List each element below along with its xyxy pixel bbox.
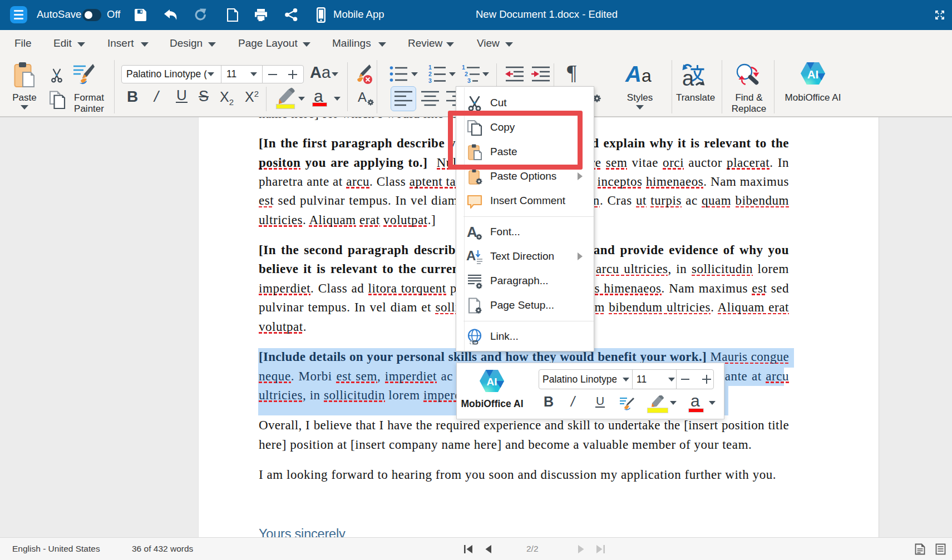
svg-text:AI: AI xyxy=(807,68,819,81)
svg-text:a: a xyxy=(682,67,694,88)
svg-text:3: 3 xyxy=(428,77,432,83)
svg-text:1: 1 xyxy=(428,65,432,71)
svg-text:A: A xyxy=(467,224,477,240)
svg-text:1: 1 xyxy=(462,65,465,71)
svg-text:3: 3 xyxy=(467,77,471,83)
svg-text:2: 2 xyxy=(428,71,432,77)
svg-text:2: 2 xyxy=(465,71,468,77)
svg-text:AI: AI xyxy=(487,376,497,388)
svg-text:A: A xyxy=(466,248,476,263)
